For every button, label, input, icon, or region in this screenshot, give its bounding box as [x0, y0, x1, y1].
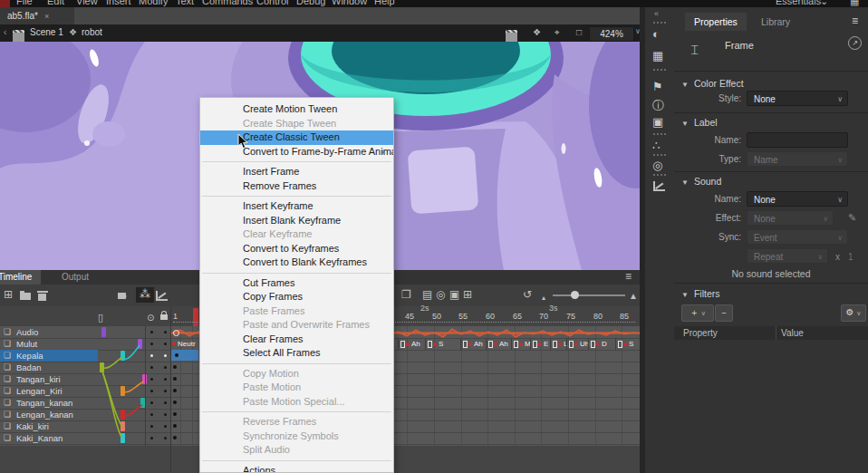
onion-skin-icon[interactable]: ◎ — [436, 289, 445, 301]
collapse-panels-icon[interactable]: « — [654, 9, 659, 18]
edit-sound-pencil-icon[interactable]: ✎ — [848, 212, 856, 224]
section-filters[interactable]: ▼Filters — [681, 288, 720, 299]
menu-item-select-all-frames[interactable]: Select All Frames — [200, 346, 393, 361]
menu-help[interactable]: Help — [374, 0, 395, 6]
sound-name-select[interactable]: None∨ — [747, 191, 848, 207]
center-frame-icon[interactable]: ⌖ — [555, 27, 560, 38]
menu-item-create-motion-tween[interactable]: Create Motion Tween — [200, 102, 393, 117]
color-panel-icon[interactable]: ◐ — [652, 27, 660, 41]
parenting-view-button[interactable]: ⁂ — [136, 287, 154, 303]
tab-output[interactable]: Output — [53, 270, 98, 285]
menu-debug[interactable]: Debug — [296, 0, 325, 6]
edit-symbols-icon[interactable]: ❖ — [533, 27, 541, 37]
breadcrumb-scene[interactable]: Scene 1 — [30, 27, 63, 37]
breadcrumb-symbol[interactable]: robot — [82, 27, 102, 37]
onion-skin-outline-icon[interactable]: ▤ — [422, 289, 432, 301]
show-hide-column-icon[interactable]: ⊙ — [147, 313, 154, 323]
dock-grip[interactable] — [653, 154, 666, 156]
app-grid-icon[interactable]: ▦ — [850, 0, 859, 7]
dock-grip[interactable] — [653, 22, 666, 24]
menu-item-clear-frames[interactable]: Clear Frames — [200, 333, 393, 347]
enlarge-frames-icon[interactable]: ▲ — [629, 290, 638, 302]
section-label[interactable]: ▼Label — [681, 117, 718, 128]
menu-item-insert-blank-keyframe[interactable]: Insert Blank Keyframe — [200, 214, 393, 228]
graph-view-button[interactable] — [156, 291, 168, 301]
document-tab[interactable]: ab5.fla*× — [0, 7, 74, 24]
camera-button[interactable] — [118, 293, 126, 299]
frame-label-cell[interactable]: Uh — [566, 338, 567, 350]
menu-item-create-classic-tween[interactable]: Create Classic Tween — [200, 130, 393, 145]
menu-item-convert-to-keyframes[interactable]: Convert to Keyframes — [200, 242, 393, 256]
lock-column-icon[interactable] — [160, 314, 168, 320]
tab-timeline[interactable]: Timeline — [0, 270, 41, 285]
label-flag-icon — [618, 341, 622, 348]
back-icon[interactable]: ‹ — [4, 27, 6, 37]
tab-library[interactable]: Library — [752, 13, 799, 31]
menu-item-remove-frames[interactable]: Remove Frames — [200, 179, 393, 194]
cc-libraries-panel-icon[interactable]: ◎ — [652, 159, 662, 172]
help-icon[interactable]: ↗ — [848, 36, 862, 50]
frame-label-cell[interactable]: M — [511, 338, 512, 350]
onion-skin-range-icon[interactable]: ▣ — [449, 289, 459, 301]
menu-file[interactable]: File — [16, 0, 33, 6]
motion-editor-panel-icon[interactable] — [653, 181, 665, 191]
timeline-menu-icon[interactable]: ≡ — [625, 271, 632, 283]
insert-frame-button[interactable]: ❐ — [401, 289, 411, 301]
clip-content-icon[interactable]: □ — [576, 27, 582, 37]
transform-panel-icon[interactable]: ▣ — [652, 115, 663, 129]
brush-library-panel-icon[interactable]: ∴ — [652, 139, 660, 152]
menu-item-copy-frames[interactable]: Copy Frames — [200, 290, 393, 304]
menu-item-insert-frame[interactable]: Insert Frame — [200, 165, 393, 179]
label-name-input[interactable] — [747, 132, 848, 148]
workspace-switcher[interactable]: Essentials — [776, 0, 821, 6]
menu-view[interactable]: View — [76, 0, 98, 6]
zoom-level-select[interactable]: 424% — [589, 26, 634, 42]
menu-item-convert-to-blank-keyframes[interactable]: Convert to Blank Keyframes — [200, 256, 393, 270]
shrink-frames-icon[interactable]: ▴ — [542, 292, 545, 304]
dock-grip[interactable] — [653, 133, 666, 135]
menu-text[interactable]: Text — [176, 0, 194, 6]
panel-menu-icon[interactable]: ≡ — [852, 14, 858, 27]
style-select[interactable]: None∨ — [747, 91, 848, 106]
repeat-count[interactable]: 1 — [848, 252, 854, 262]
remove-filter-button[interactable]: － — [715, 304, 733, 322]
frame-size-slider-handle[interactable] — [571, 291, 579, 299]
frame-label-cell[interactable]: Ah — [486, 338, 487, 350]
add-filter-button[interactable]: ＋ ∨ — [681, 304, 714, 322]
loop-button[interactable]: ↺ — [523, 289, 532, 301]
edit-scene-icon[interactable] — [506, 30, 517, 42]
frame-label-cell[interactable]: L — [550, 338, 551, 350]
frame-label-cell[interactable]: E — [530, 338, 531, 350]
align-panel-icon[interactable]: ⚑ — [652, 80, 663, 93]
edit-multiple-frames-icon[interactable]: ⊞ — [463, 289, 472, 301]
tab-close-icon[interactable]: × — [44, 12, 49, 21]
section-sound[interactable]: ▼Sound — [681, 176, 721, 187]
frame-label-cell[interactable]: S — [615, 338, 616, 350]
frame-label-cell[interactable]: S — [425, 338, 426, 350]
new-layer-button[interactable]: ⊞ — [4, 289, 13, 301]
menu-item-actions[interactable]: Actions — [200, 464, 393, 473]
menu-control[interactable]: Control — [256, 0, 288, 6]
delete-layer-button[interactable] — [38, 294, 46, 301]
menu-item-cut-frames[interactable]: Cut Frames — [200, 276, 393, 291]
menu-edit[interactable]: Edit — [47, 0, 64, 6]
section-color-effect[interactable]: ▼Color Effect — [681, 78, 744, 89]
dock-grip[interactable] — [653, 69, 666, 71]
playhead[interactable] — [193, 308, 198, 326]
frame-label-cell[interactable]: Ah — [398, 338, 399, 350]
filter-options-button[interactable]: ⚙ ∨ — [841, 304, 866, 322]
menu-commands[interactable]: Commands — [202, 0, 253, 6]
menu-window[interactable]: Window — [332, 0, 367, 6]
tab-properties[interactable]: Properties — [685, 13, 747, 31]
menu-modify[interactable]: Modify — [139, 0, 168, 6]
frame-label-cell[interactable]: Ah — [460, 338, 461, 350]
menu-item-insert-keyframe[interactable]: Insert Keyframe — [200, 199, 393, 214]
swatches-panel-icon[interactable]: ▦ — [652, 49, 663, 63]
dock-grip[interactable] — [653, 174, 666, 176]
info-panel-icon[interactable]: ⓘ — [652, 98, 664, 114]
frame-size-slider-track[interactable] — [553, 294, 625, 296]
new-folder-button[interactable] — [20, 293, 31, 300]
menu-insert[interactable]: Insert — [106, 0, 131, 6]
menu-item-convert-frame-by-frame[interactable]: Convert to Frame-by-Frame Animation› — [200, 145, 393, 159]
frame-label-cell[interactable]: D — [588, 338, 589, 350]
